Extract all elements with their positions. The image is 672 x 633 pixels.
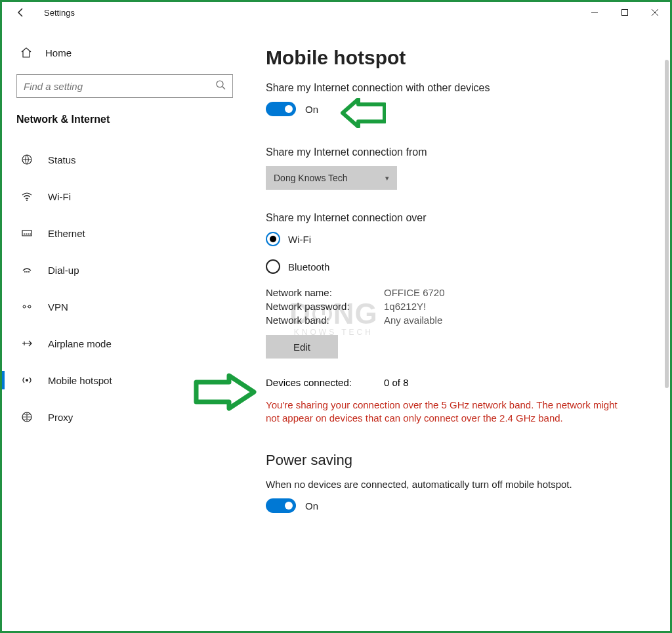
svg-point-7 <box>26 200 28 201</box>
page-title: Mobile hotspot <box>266 47 650 69</box>
sidebar-item-status[interactable]: Status <box>16 141 243 178</box>
proxy-icon <box>20 410 33 424</box>
dialup-icon <box>20 263 33 276</box>
network-pass-value: 1q6212Y! <box>384 301 426 312</box>
devices-key: Devices connected: <box>266 377 384 388</box>
share-label: Share my Internet connection with other … <box>266 82 650 94</box>
svg-point-17 <box>28 305 31 308</box>
share-toggle[interactable] <box>266 102 296 116</box>
home-label: Home <box>45 47 72 58</box>
radio-wifi-label: Wi-Fi <box>288 234 311 245</box>
main-content: Mobile hotspot Share my Internet connect… <box>257 23 670 631</box>
search-input[interactable] <box>16 74 233 98</box>
sidebar-item-ethernet[interactable]: Ethernet <box>16 215 243 251</box>
scrollbar[interactable] <box>665 60 669 388</box>
network-band-value: Any available <box>384 315 442 326</box>
share-toggle-state: On <box>305 104 318 115</box>
home-link[interactable]: Home <box>16 36 243 69</box>
sidebar: Home Network & Internet Status Wi-Fi Eth… <box>2 23 257 631</box>
powersave-toggle-state: On <box>305 500 318 512</box>
network-name-value: OFFICE 6720 <box>384 287 445 298</box>
sidebar-item-dialup[interactable]: Dial-up <box>16 251 243 288</box>
sidebar-item-label: Status <box>48 154 76 165</box>
maximize-button[interactable] <box>610 2 640 23</box>
network-band-key: Network band: <box>266 315 384 326</box>
sidebar-item-label: Wi-Fi <box>48 191 71 202</box>
home-icon <box>19 45 33 60</box>
search-field[interactable] <box>24 81 215 92</box>
sidebar-item-wifi[interactable]: Wi-Fi <box>16 178 243 215</box>
powersave-toggle[interactable] <box>266 498 296 513</box>
from-dropdown[interactable]: Dong Knows Tech ▾ <box>266 166 397 190</box>
hotspot-icon <box>20 374 33 387</box>
powersave-heading: Power saving <box>266 452 650 469</box>
from-label: Share my Internet connection from <box>266 146 650 158</box>
from-value: Dong Knows Tech <box>274 173 348 183</box>
radio-bluetooth-label: Bluetooth <box>288 261 329 273</box>
airplane-icon <box>20 337 33 350</box>
close-button[interactable] <box>640 2 670 23</box>
annotation-arrow-icon <box>192 373 258 411</box>
band-warning: You're sharing your connection over the … <box>266 399 633 426</box>
radio-wifi[interactable]: Wi-Fi <box>266 232 650 246</box>
svg-point-16 <box>23 305 26 308</box>
sidebar-item-label: VPN <box>48 301 68 313</box>
back-icon[interactable] <box>14 5 28 20</box>
minimize-button[interactable] <box>579 2 610 23</box>
svg-line-5 <box>222 87 225 89</box>
window-title: Settings <box>44 8 75 18</box>
svg-point-14 <box>26 271 28 273</box>
vpn-icon <box>20 300 33 313</box>
devices-value: 0 of 8 <box>384 377 409 388</box>
radio-icon <box>266 259 280 274</box>
sidebar-item-label: Proxy <box>48 412 73 423</box>
svg-point-15 <box>28 271 30 273</box>
ethernet-icon <box>20 227 33 240</box>
search-icon <box>215 79 226 93</box>
network-name-key: Network name: <box>266 287 384 298</box>
network-pass-key: Network password: <box>266 301 384 312</box>
sidebar-item-label: Dial-up <box>48 265 79 276</box>
sidebar-item-vpn[interactable]: VPN <box>16 288 243 325</box>
over-label: Share my Internet connection over <box>266 212 650 224</box>
sidebar-item-label: Airplane mode <box>48 338 112 349</box>
sidebar-item-label: Ethernet <box>48 228 85 239</box>
wifi-icon <box>20 190 33 203</box>
sidebar-item-label: Mobile hotspot <box>48 375 112 386</box>
status-icon <box>20 153 33 166</box>
titlebar: Settings <box>2 2 670 23</box>
svg-point-4 <box>217 81 223 87</box>
powersave-desc: When no devices are connected, automatic… <box>266 478 620 491</box>
edit-button[interactable]: Edit <box>266 335 338 359</box>
svg-point-19 <box>26 379 28 382</box>
sidebar-item-airplane[interactable]: Airplane mode <box>16 325 243 362</box>
annotation-arrow-icon <box>340 98 386 128</box>
svg-point-13 <box>24 271 26 273</box>
svg-rect-1 <box>622 10 628 16</box>
radio-icon <box>266 232 280 246</box>
chevron-down-icon: ▾ <box>385 174 389 183</box>
radio-bluetooth[interactable]: Bluetooth <box>266 259 650 274</box>
category-heading: Network & Internet <box>16 114 243 125</box>
